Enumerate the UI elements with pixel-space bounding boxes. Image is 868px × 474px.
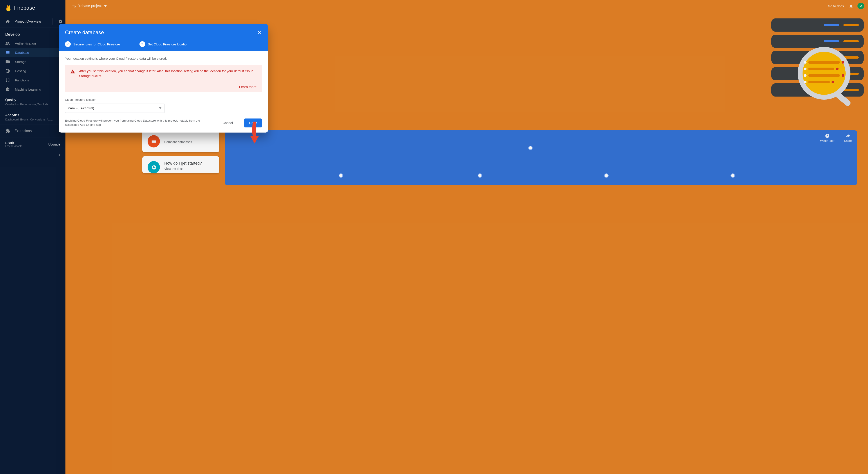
step-label: Secure rules for Cloud Firestore	[73, 42, 120, 46]
learn-more-link[interactable]: Learn more	[239, 85, 256, 89]
caret-down-icon	[159, 107, 161, 109]
selected-value: nam5 (us-central)	[68, 106, 94, 110]
check-icon	[65, 41, 71, 47]
cancel-button[interactable]: Cancel	[218, 118, 238, 127]
footer-note: Enabling Cloud Firestore will prevent yo…	[65, 118, 211, 127]
dialog-footer: Enabling Cloud Firestore will prevent yo…	[59, 114, 268, 133]
step-number: 2	[140, 41, 145, 47]
warning-text: After you set this location, you cannot …	[79, 69, 256, 78]
location-field-label: Cloud Firestore location	[65, 98, 262, 101]
step-1[interactable]: Secure rules for Cloud Firestore	[65, 41, 120, 47]
stepper: Secure rules for Cloud Firestore 2 Set C…	[65, 41, 262, 47]
dialog-header: Create database Secure rules for Cloud F…	[59, 24, 268, 52]
intro-text: Your location setting is where your Clou…	[65, 57, 262, 60]
done-button[interactable]: Done	[244, 118, 262, 127]
dialog-title: Create database	[65, 29, 257, 36]
step-2[interactable]: 2 Set Cloud Firestore location	[140, 41, 188, 47]
dialog-body: Your location setting is where your Clou…	[59, 52, 268, 114]
create-database-dialog: Create database Secure rules for Cloud F…	[59, 24, 268, 133]
step-label: Set Cloud Firestore location	[148, 42, 188, 46]
warning-box: After you set this location, you cannot …	[65, 65, 262, 92]
warning-icon	[70, 69, 75, 74]
close-icon[interactable]	[257, 30, 262, 35]
location-select[interactable]: nam5 (us-central)	[65, 104, 165, 113]
